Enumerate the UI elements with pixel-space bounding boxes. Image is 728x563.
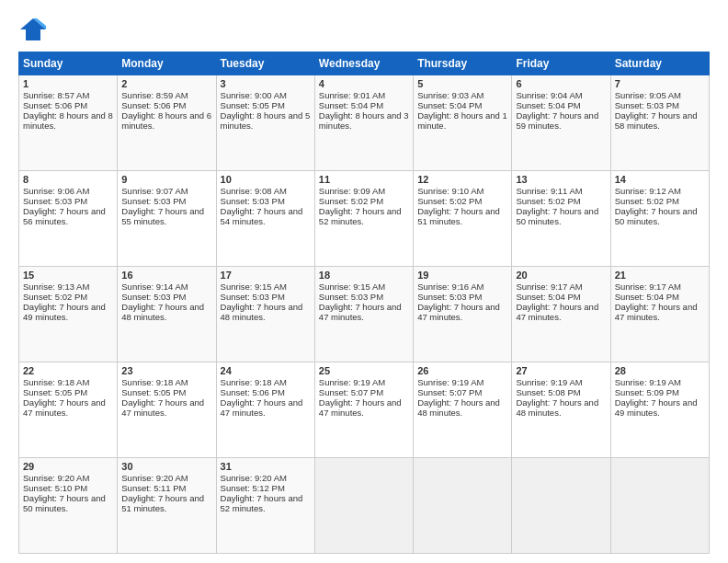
sunset-text: Sunset: 5:04 PM <box>417 100 482 110</box>
logo-icon <box>18 17 48 42</box>
sunset-text: Sunset: 5:06 PM <box>221 387 285 397</box>
sunrise-text: Sunrise: 9:09 AM <box>319 186 385 196</box>
sunrise-text: Sunrise: 9:19 AM <box>417 377 483 387</box>
sunset-text: Sunset: 5:08 PM <box>516 387 580 397</box>
sunrise-text: Sunrise: 9:20 AM <box>23 473 89 483</box>
day-number: 21 <box>615 270 705 281</box>
daylight-text: Daylight: 8 hours and 3 minutes. <box>319 110 409 131</box>
calendar-cell: 21Sunrise: 9:17 AMSunset: 5:04 PMDayligh… <box>610 267 709 362</box>
daylight-text: Daylight: 7 hours and 52 minutes. <box>319 206 402 226</box>
col-header-thursday: Thursday <box>414 52 512 75</box>
col-header-friday: Friday <box>512 52 610 75</box>
day-number: 9 <box>121 174 211 185</box>
sunrise-text: Sunrise: 9:01 AM <box>319 90 385 100</box>
calendar-cell: 25Sunrise: 9:19 AMSunset: 5:07 PMDayligh… <box>314 362 413 458</box>
daylight-text: Daylight: 7 hours and 54 minutes. <box>221 206 303 226</box>
col-header-wednesday: Wednesday <box>314 52 413 75</box>
calendar-cell: 10Sunrise: 9:08 AMSunset: 5:03 PMDayligh… <box>216 171 314 267</box>
daylight-text: Daylight: 7 hours and 50 minutes. <box>516 206 598 226</box>
calendar-cell: 19Sunrise: 9:16 AMSunset: 5:03 PMDayligh… <box>414 267 512 362</box>
day-number: 6 <box>516 78 606 89</box>
day-number: 11 <box>319 174 409 185</box>
sunrise-text: Sunrise: 9:20 AM <box>221 473 287 483</box>
calendar-cell: 29Sunrise: 9:20 AMSunset: 5:10 PMDayligh… <box>19 458 118 554</box>
sunset-text: Sunset: 5:02 PM <box>23 292 87 302</box>
calendar-cell: 23Sunrise: 9:18 AMSunset: 5:05 PMDayligh… <box>118 362 216 458</box>
sunrise-text: Sunrise: 9:15 AM <box>221 282 287 292</box>
daylight-text: Daylight: 8 hours and 5 minutes. <box>221 110 311 131</box>
sunrise-text: Sunrise: 8:59 AM <box>121 90 188 100</box>
sunrise-text: Sunrise: 9:17 AM <box>516 282 582 292</box>
sunrise-text: Sunrise: 9:04 AM <box>516 90 582 100</box>
daylight-text: Daylight: 7 hours and 47 minutes. <box>417 302 500 322</box>
daylight-text: Daylight: 7 hours and 47 minutes. <box>615 302 698 322</box>
calendar-cell: 11Sunrise: 9:09 AMSunset: 5:02 PMDayligh… <box>314 171 413 267</box>
daylight-text: Daylight: 7 hours and 49 minutes. <box>23 302 106 322</box>
daylight-text: Daylight: 7 hours and 49 minutes. <box>615 397 698 418</box>
col-header-tuesday: Tuesday <box>216 52 314 75</box>
daylight-text: Daylight: 7 hours and 47 minutes. <box>23 397 106 418</box>
sunset-text: Sunset: 5:05 PM <box>221 100 285 110</box>
daylight-text: Daylight: 7 hours and 50 minutes. <box>23 493 106 513</box>
calendar-cell: 26Sunrise: 9:19 AMSunset: 5:07 PMDayligh… <box>414 362 512 458</box>
day-number: 22 <box>23 365 113 376</box>
sunset-text: Sunset: 5:04 PM <box>319 100 383 110</box>
sunset-text: Sunset: 5:09 PM <box>615 387 679 397</box>
sunrise-text: Sunrise: 9:03 AM <box>417 90 483 100</box>
sunrise-text: Sunrise: 9:00 AM <box>221 90 287 100</box>
day-number: 23 <box>121 365 211 376</box>
sunset-text: Sunset: 5:04 PM <box>516 292 580 302</box>
calendar-cell: 20Sunrise: 9:17 AMSunset: 5:04 PMDayligh… <box>512 267 610 362</box>
sunset-text: Sunset: 5:03 PM <box>23 196 87 206</box>
day-number: 7 <box>615 78 705 89</box>
sunset-text: Sunset: 5:03 PM <box>221 292 285 302</box>
calendar-cell <box>610 458 709 554</box>
daylight-text: Daylight: 7 hours and 47 minutes. <box>221 397 303 418</box>
daylight-text: Daylight: 7 hours and 51 minutes. <box>417 206 500 226</box>
calendar-cell: 28Sunrise: 9:19 AMSunset: 5:09 PMDayligh… <box>610 362 709 458</box>
calendar-cell: 1Sunrise: 8:57 AMSunset: 5:06 PMDaylight… <box>19 75 118 171</box>
calendar-cell <box>512 458 610 554</box>
daylight-text: Daylight: 8 hours and 1 minute. <box>417 110 507 131</box>
calendar-cell: 16Sunrise: 9:14 AMSunset: 5:03 PMDayligh… <box>118 267 216 362</box>
calendar-cell <box>414 458 512 554</box>
sunset-text: Sunset: 5:11 PM <box>121 483 186 493</box>
col-header-saturday: Saturday <box>610 52 709 75</box>
day-number: 13 <box>516 174 606 185</box>
calendar-cell: 31Sunrise: 9:20 AMSunset: 5:12 PMDayligh… <box>216 458 314 554</box>
sunset-text: Sunset: 5:02 PM <box>319 196 383 206</box>
calendar-cell: 6Sunrise: 9:04 AMSunset: 5:04 PMDaylight… <box>512 75 610 171</box>
daylight-text: Daylight: 7 hours and 47 minutes. <box>319 397 402 418</box>
day-number: 1 <box>23 78 113 89</box>
col-header-sunday: Sunday <box>19 52 118 75</box>
calendar-cell: 27Sunrise: 9:19 AMSunset: 5:08 PMDayligh… <box>512 362 610 458</box>
sunrise-text: Sunrise: 9:19 AM <box>319 377 385 387</box>
day-number: 31 <box>221 461 311 472</box>
header <box>18 17 710 42</box>
day-number: 14 <box>615 174 705 185</box>
sunset-text: Sunset: 5:03 PM <box>121 196 186 206</box>
calendar-cell: 24Sunrise: 9:18 AMSunset: 5:06 PMDayligh… <box>216 362 314 458</box>
calendar-cell: 7Sunrise: 9:05 AMSunset: 5:03 PMDaylight… <box>610 75 709 171</box>
sunrise-text: Sunrise: 9:19 AM <box>516 377 582 387</box>
sunset-text: Sunset: 5:03 PM <box>319 292 383 302</box>
sunrise-text: Sunrise: 9:10 AM <box>417 186 483 196</box>
calendar-cell: 8Sunrise: 9:06 AMSunset: 5:03 PMDaylight… <box>19 171 118 267</box>
sunset-text: Sunset: 5:02 PM <box>615 196 679 206</box>
day-number: 28 <box>615 365 705 376</box>
sunset-text: Sunset: 5:05 PM <box>121 387 186 397</box>
calendar-cell: 17Sunrise: 9:15 AMSunset: 5:03 PMDayligh… <box>216 267 314 362</box>
sunrise-text: Sunrise: 9:08 AM <box>221 186 287 196</box>
daylight-text: Daylight: 7 hours and 47 minutes. <box>319 302 402 322</box>
sunrise-text: Sunrise: 9:16 AM <box>417 282 483 292</box>
sunrise-text: Sunrise: 9:11 AM <box>516 186 582 196</box>
day-number: 5 <box>417 78 507 89</box>
sunrise-text: Sunrise: 9:18 AM <box>221 377 287 387</box>
sunset-text: Sunset: 5:03 PM <box>417 292 482 302</box>
sunrise-text: Sunrise: 9:19 AM <box>615 377 681 387</box>
sunset-text: Sunset: 5:04 PM <box>615 292 679 302</box>
calendar-cell: 14Sunrise: 9:12 AMSunset: 5:02 PMDayligh… <box>610 171 709 267</box>
daylight-text: Daylight: 7 hours and 59 minutes. <box>516 110 598 131</box>
calendar-cell: 15Sunrise: 9:13 AMSunset: 5:02 PMDayligh… <box>19 267 118 362</box>
calendar-cell: 4Sunrise: 9:01 AMSunset: 5:04 PMDaylight… <box>314 75 413 171</box>
